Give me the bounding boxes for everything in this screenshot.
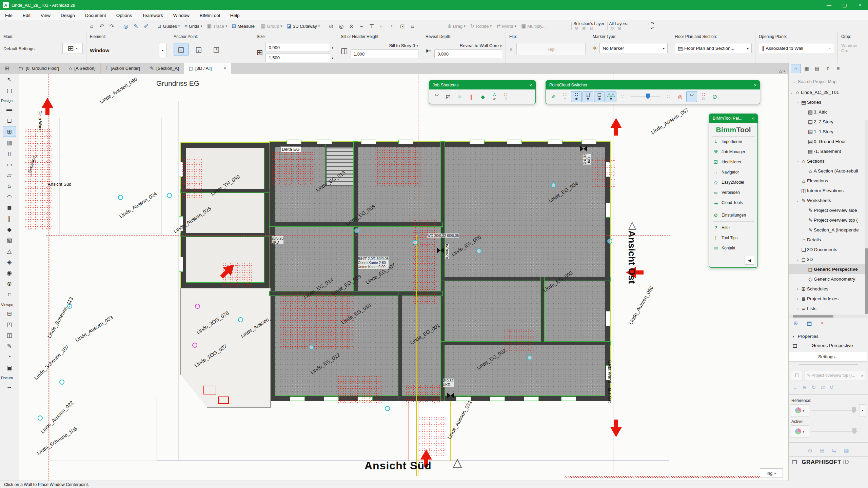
tree-item[interactable]: ⌄ ⌂ Sections [789, 156, 868, 166]
slab-tool[interactable]: ▱ [3, 170, 16, 180]
trace-reference-button[interactable]: ✎ Project overview top (I... ▸ [805, 370, 866, 381]
reference-intensity-slider[interactable] [811, 410, 857, 411]
graphisoft-id-bar[interactable]: ❒ GRAPHISOFT ID [789, 456, 868, 468]
menu-item[interactable]: Options [111, 13, 137, 18]
redo-icon[interactable]: ↷ [107, 22, 117, 30]
default-settings-dropdown[interactable]: ⊞▾ [62, 43, 83, 54]
tree-item[interactable]: ⌄ ◻ 3D [789, 255, 868, 264]
cutaway-button[interactable]: ◪ 3D Cutaway▾ [284, 22, 322, 30]
scan-station-marker[interactable] [476, 248, 481, 253]
navigator-menu-icon[interactable]: ≡ [833, 64, 843, 73]
railing-tool[interactable]: ∥ [3, 214, 16, 224]
adjust-icon[interactable]: ⌁ [356, 22, 367, 30]
close-icon[interactable]: × [754, 83, 756, 88]
active-intensity-slider[interactable] [811, 431, 858, 432]
view-tab[interactable]: ◻ [3D / All] × [184, 63, 231, 74]
menu-item[interactable]: Edit [18, 13, 36, 18]
menu-item[interactable]: Document [80, 13, 111, 18]
slab-points-icon[interactable]: ▱∴ [431, 91, 442, 102]
camera-tool[interactable]: ▣ [3, 363, 16, 373]
project-map-icon[interactable]: ⌂ [791, 64, 801, 73]
tree-item[interactable]: › ≡ Lists [789, 304, 868, 313]
expander-icon[interactable]: › [795, 287, 800, 291]
menu-item[interactable]: BIMmTool [195, 13, 225, 18]
settings-button[interactable]: Settings... [789, 352, 867, 362]
scan-station-marker[interactable] [413, 240, 418, 245]
cloud-tools-item[interactable]: ☁ Cloud Tools [709, 198, 757, 208]
menu-item[interactable]: Design [56, 13, 80, 18]
opening-tool[interactable]: ⊚ [3, 279, 16, 289]
tree-item[interactable]: ◇ Generic Axonometry [789, 274, 868, 284]
scan-station-marker[interactable] [167, 193, 172, 198]
size-height-field[interactable]: 1,500 [265, 53, 330, 62]
expander-icon[interactable]: › [795, 307, 800, 310]
detail-tool[interactable]: ◔ [3, 352, 16, 362]
tree-item[interactable]: ◔ Details [789, 235, 868, 245]
canvas-corner-box[interactable]: ing▸ [760, 468, 783, 478]
element-flyout-button[interactable]: ▸ [159, 43, 166, 57]
properties-header[interactable]: ▾ Properties [789, 331, 868, 341]
reference-color-button[interactable]: ▸ [791, 404, 809, 416]
resize-icon[interactable]: ⊡ [397, 22, 407, 30]
expander-icon[interactable]: ⌄ [795, 159, 800, 163]
layer-action-icon[interactable]: ⊘ [575, 26, 578, 30]
show-sections-icon[interactable]: ◱◉ [583, 91, 593, 102]
navigator-item[interactable]: ↔ Navigator [709, 167, 757, 177]
tree-item[interactable]: ▤ -1. Basement [789, 146, 868, 156]
axis-cube-icon[interactable]: ◆ [477, 91, 488, 102]
scan-station-marker[interactable] [607, 239, 612, 244]
hide-fills-icon[interactable]: ▨ [844, 447, 849, 454]
scan-rings-icon[interactable]: ◎ [675, 91, 686, 102]
door-tool[interactable]: ◻ [3, 115, 16, 125]
tree-item[interactable]: ▤ 0. Ground Floor [789, 137, 868, 146]
morph-tool[interactable]: ◆ [3, 224, 16, 235]
fillet-icon[interactable]: ◜ [387, 22, 397, 30]
point-density-slider[interactable] [631, 96, 660, 97]
roof-icon[interactable]: ⌂ [407, 22, 417, 30]
scan-station-marker[interactable] [385, 406, 390, 411]
grab-reference-icon[interactable]: ⊜ [808, 447, 812, 454]
add-viewpoint-button[interactable]: ⊕ [793, 320, 798, 326]
trace-action-icon[interactable]: ⇔ [793, 385, 798, 390]
view-tab[interactable]: ✎ [Section_A] [145, 63, 184, 74]
layers-icon[interactable]: ≋ [454, 91, 465, 102]
zoom-icon[interactable]: ◎ [336, 22, 346, 30]
shell-tool[interactable]: ◠ [3, 192, 16, 202]
sparse-points-icon[interactable]: ∵ [617, 91, 628, 102]
search-project-map[interactable]: ◌ Search Project Map [791, 77, 865, 86]
view-tab[interactable]: 🗀 [0. Ground Floor] [14, 63, 64, 74]
anchor-point-button[interactable]: ◳ [209, 43, 224, 56]
trace-action-icon[interactable]: ⇄ [821, 384, 825, 390]
tree-item[interactable]: ⌄ ▤ Stories [789, 97, 868, 107]
marker-type-field[interactable]: No Marker▸ [599, 43, 668, 53]
measure-button[interactable]: ⊟ Measure [230, 22, 258, 30]
tree-item[interactable]: ❏ 3D Documents [789, 245, 868, 255]
scan-station-marker[interactable] [527, 355, 532, 360]
vertical-planes-icon[interactable]: ∥ [466, 91, 477, 102]
mirror-button[interactable]: ⇄ Mirror▾ [494, 22, 519, 30]
reveal-value-field[interactable]: 0,000 [434, 49, 502, 58]
copy-reference-icon[interactable]: ⊞ [820, 447, 824, 454]
show-mesh-icon[interactable]: △△◉ [606, 91, 616, 102]
mesh-tool[interactable]: △ [3, 246, 16, 256]
scan-station-marker[interactable] [38, 415, 43, 421]
tree-item[interactable]: ⌄ ⌂ Linde_AC_28_T01 [789, 87, 868, 97]
group-button[interactable]: ▦ Group▾ [258, 22, 284, 30]
tree-item[interactable]: ✎ Project overview side [789, 205, 868, 215]
size-width-flyout[interactable]: ▸ [332, 46, 334, 49]
sill-value-field[interactable]: 1,000 [351, 49, 418, 58]
expander-icon[interactable]: › [795, 297, 800, 301]
size-height-flyout[interactable]: ▸ [332, 56, 334, 60]
show-points-icon[interactable]: ∷◉ [571, 91, 582, 102]
close-button[interactable]: × [852, 0, 868, 10]
scan-station-marker-magenta[interactable] [192, 343, 197, 348]
intersect-icon[interactable]: ⌐ [377, 22, 387, 30]
importieren-item[interactable]: ⇣ Importieren [709, 137, 757, 147]
scan-station-marker[interactable] [238, 317, 243, 322]
tool-tips-item[interactable]: ! Tool Tips [709, 233, 757, 243]
menu-item[interactable]: Window [168, 13, 195, 18]
orbit-icon[interactable]: ⊙ [326, 22, 336, 30]
tree-item[interactable]: ▤ 1. 1.Story [789, 127, 868, 137]
interior-elevation-tool[interactable]: ◫ [3, 330, 16, 340]
view-tab[interactable]: ⍑ [Action Center] [101, 63, 145, 74]
